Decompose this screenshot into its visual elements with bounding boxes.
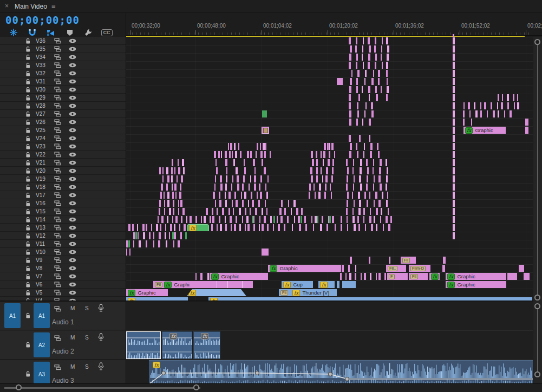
audio-vscroll-thumb[interactable] [537,306,538,374]
clip-fragment[interactable] [310,167,312,174]
clip-fragment[interactable] [498,94,499,101]
clip-fragment[interactable] [491,102,492,109]
sync-lock-icon[interactable] [54,192,61,198]
track-name[interactable]: V29 [36,95,45,101]
timeline-clip[interactable]: fxGraphic [126,289,168,296]
clip-fragment[interactable] [225,200,227,207]
clip-fragment[interactable] [311,216,312,223]
clip-fragment[interactable] [235,151,237,158]
clip-fragment[interactable] [252,200,254,207]
clip-fragment[interactable] [173,200,174,207]
track-target-button[interactable]: A3 [34,362,50,383]
track-lock-icon[interactable] [25,233,31,239]
clip-fragment[interactable] [284,208,286,215]
audio-clip[interactable]: fx [149,360,533,383]
clip-fragment[interactable] [359,175,361,182]
clip-fragment[interactable] [379,167,381,174]
track-name[interactable]: V15 [36,208,45,214]
clip-fragment[interactable] [378,78,380,85]
sync-lock-icon[interactable] [54,143,61,149]
track-lock-icon[interactable] [25,143,31,150]
clip-fragment[interactable] [453,224,455,231]
clip-fragment[interactable] [220,175,222,182]
clip-fragment[interactable] [322,175,323,182]
timeline-clip[interactable]: fx [318,281,335,288]
clip-fragment[interactable] [219,216,220,223]
clip-fragment[interactable] [321,151,322,158]
clip-fragment[interactable] [159,232,161,239]
clip-fragment[interactable] [212,216,214,223]
clip-fragment[interactable] [380,216,381,223]
sync-lock-icon[interactable] [54,79,61,84]
clip-fragment[interactable] [357,151,358,158]
clip-fragment[interactable] [206,208,208,215]
clip-fragment[interactable] [260,192,262,199]
clip-fragment[interactable] [355,273,356,280]
clip-fragment[interactable] [501,102,503,109]
sync-lock-icon[interactable] [54,225,61,231]
clip-fragment[interactable] [386,70,388,77]
toggle-track-output-icon[interactable] [69,63,76,68]
clip-fragment[interactable] [369,192,370,199]
solo-button[interactable]: S [85,335,89,341]
track-name[interactable]: V30 [36,87,45,93]
audio-clip[interactable] [126,331,161,359]
track-lock-icon[interactable] [25,119,31,126]
clip-fragment[interactable] [363,62,364,69]
clip-fragment[interactable] [453,192,455,199]
clip-fragment[interactable] [217,208,218,215]
clip-fragment[interactable] [217,224,218,231]
hscroll-thumb[interactable] [4,387,200,389]
clip-fragment[interactable] [231,224,232,231]
clip-fragment[interactable] [453,175,455,182]
clip-fragment[interactable] [350,45,352,53]
clip-fragment[interactable] [225,224,227,231]
clip-fragment[interactable] [386,159,387,166]
clip-fragment[interactable] [248,200,249,207]
clip-fragment[interactable] [353,159,354,166]
clip-fragment[interactable] [230,143,232,150]
clip-fragment[interactable] [174,184,177,191]
clip-fragment[interactable] [375,192,377,199]
clip-fragment[interactable] [365,224,366,231]
clip-fragment[interactable] [325,184,326,191]
track-lock-icon[interactable] [25,87,31,93]
clip-fragment[interactable] [186,216,187,223]
clip-fragment[interactable] [375,62,376,69]
clip-fragment[interactable] [371,102,373,109]
clip-fragment[interactable] [200,273,203,280]
track-name[interactable]: V21 [36,160,45,166]
clip-fragment[interactable] [270,216,272,223]
clip-fragment[interactable] [165,224,166,231]
clip-fragment[interactable] [354,175,355,182]
source-patch-button[interactable]: A1 [4,303,21,328]
clip-fragment[interactable] [453,110,455,117]
clip-fragment[interactable] [327,143,329,150]
clip-fragment[interactable] [225,216,226,223]
clip-fragment[interactable] [493,110,495,117]
clip-fragment[interactable] [374,200,375,207]
clip-fragment[interactable] [453,94,455,101]
track-lock-icon[interactable] [25,184,31,191]
timeline-clip[interactable]: fxGraphic [446,273,506,280]
clip-fragment[interactable] [304,216,306,223]
clip-fragment[interactable] [258,200,260,207]
clip-fragment[interactable] [468,102,470,109]
track-name[interactable]: V27 [36,111,45,117]
sync-lock-icon[interactable] [54,87,61,93]
clip-fragment[interactable] [340,273,342,280]
clip-fragment[interactable] [228,143,229,150]
timeline-clip[interactable]: fx [187,224,209,231]
track-lock-icon[interactable] [25,160,31,166]
clip-fragment[interactable] [204,216,206,223]
clip-fragment[interactable] [164,200,165,207]
clip-fragment[interactable] [237,184,239,191]
clip-fragment[interactable] [260,175,262,182]
clip-fragment[interactable] [311,175,313,182]
clip-fragment[interactable] [364,143,365,150]
clip-fragment[interactable] [262,208,263,215]
track-name[interactable]: V6 [36,282,42,288]
clip-fragment[interactable] [207,273,209,280]
timeline-clip[interactable]: F [387,273,408,280]
clip-fragment[interactable] [172,159,173,166]
